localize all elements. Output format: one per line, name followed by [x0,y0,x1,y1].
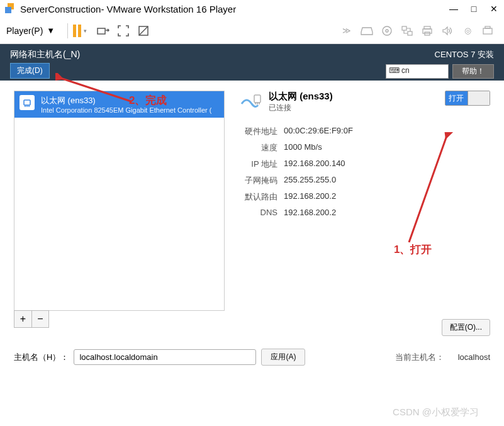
device-list: 以太网 (ens33) Intel Corporation 82545EM Gi… [14,91,225,311]
toggle-off-side [468,91,490,105]
configure-button[interactable]: 配置(O)... [442,319,490,336]
page-title: 网络和主机名(_N) [10,49,386,60]
keyboard-indicator[interactable]: cn [386,64,449,79]
vmware-app-icon [5,3,16,14]
printer2-icon[interactable] [481,24,495,38]
window-titlebar: ServerConstruction- VMware Workstation 1… [0,0,504,18]
speed-value: 1000 Mb/s [284,142,490,154]
detail-info: 硬件地址 00:0C:29:6E:F9:0F 速度 1000 Mb/s IP 地… [236,126,490,217]
hw-addr-value: 00:0C:29:6E:F9:0F [284,126,490,137]
install-title: CENTOS 7 安装 [435,49,494,60]
disc-icon[interactable]: ◎ [461,24,474,38]
hw-addr-label: 硬件地址 [236,126,277,137]
gateway-label: 默认路由 [236,191,277,203]
svg-rect-18 [254,95,260,103]
maximize-button[interactable]: □ [469,4,479,14]
fast-forward-icon[interactable]: ≫ [340,24,354,38]
apply-button[interactable]: 应用(A) [261,349,305,366]
dns-label: DNS [236,208,277,217]
current-hostname-label: 当前主机名： [395,352,444,363]
minimize-button[interactable]: — [449,4,459,14]
sound-icon[interactable] [440,24,454,38]
add-device-button[interactable]: + [14,310,31,328]
netmask-label: 子网掩码 [236,175,277,186]
annotation-step2: 2、完成 [129,93,167,108]
ip-value: 192.168.200.140 [284,159,490,170]
device-list-item[interactable]: 以太网 (ens33) Intel Corporation 82545EM Gi… [14,91,224,118]
detail-status: 已连接 [269,103,333,113]
installer-header: 网络和主机名(_N) 完成(D) CENTOS 7 安装 cn 帮助！ [0,44,504,81]
connection-toggle[interactable]: 打开 [445,91,490,106]
svg-rect-11 [485,26,490,28]
pause-icon[interactable] [73,25,81,37]
pause-dropdown-icon[interactable]: ▾ [84,28,87,34]
svg-rect-8 [423,29,432,33]
hostname-label: 主机名（H）： [14,352,69,363]
svg-point-3 [383,26,391,35]
gateway-value: 192.168.200.2 [284,191,490,203]
window-title: ServerConstruction- VMware Workstation 1… [20,4,449,14]
cd-icon[interactable] [380,24,394,38]
ethernet-large-icon [236,91,262,117]
send-ctrl-alt-del-icon[interactable] [96,24,110,38]
detail-title: 以太网 (ens33) [269,91,333,103]
player-toolbar: Player(P) ▼ ▾ ≫ ◎ [0,18,504,44]
dns-value: 192.168.200.2 [284,208,490,217]
svg-rect-0 [98,28,105,34]
device-desc: Intel Corporation 82545EM Gigabit Ethern… [41,106,211,114]
current-hostname-value: localhost [458,352,490,362]
printer-icon[interactable] [420,24,434,38]
netmask-value: 255.255.255.0 [284,175,490,186]
ethernet-icon [20,95,35,110]
speed-label: 速度 [236,142,277,154]
remove-device-button[interactable]: − [31,310,49,328]
device-name: 以太网 (ens33) [41,95,211,106]
player-menu[interactable]: Player(P) [6,26,43,36]
fullscreen-icon[interactable] [116,24,130,38]
toolbar-divider [67,23,68,38]
hostname-input[interactable] [74,349,256,365]
unity-icon[interactable] [137,24,150,38]
svg-rect-6 [408,31,412,35]
svg-rect-10 [483,28,492,34]
ip-label: IP 地址 [236,159,277,170]
svg-line-2 [139,26,148,35]
svg-rect-5 [402,26,406,30]
svg-rect-14 [24,100,30,105]
harddisk-icon[interactable] [360,24,374,38]
svg-point-4 [386,30,388,32]
toggle-on-label: 打开 [445,91,468,105]
dropdown-arrow-icon[interactable]: ▼ [47,26,55,35]
help-button[interactable]: 帮助！ [452,64,494,79]
watermark: CSDN @小权爱学习 [393,406,479,418]
network-adapter-icon[interactable] [400,24,414,38]
done-button[interactable]: 完成(D) [10,63,50,79]
close-button[interactable]: ✕ [489,4,499,14]
